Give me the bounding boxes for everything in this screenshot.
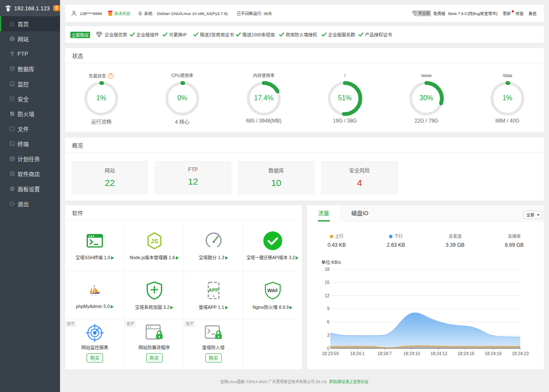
svg-text:18:24:10: 18:24:10	[403, 351, 420, 356]
svg-text:18:24:7: 18:24:7	[377, 351, 392, 356]
svg-text:15: 15	[325, 280, 330, 285]
svg-text:18: 18	[325, 267, 330, 272]
svg-text:JS: JS	[151, 238, 158, 245]
svg-text:18:24:19: 18:24:19	[485, 351, 501, 356]
svg-text:9: 9	[327, 306, 329, 311]
svg-text:3: 3	[327, 333, 329, 338]
svg-text:18:24:23: 18:24:23	[512, 351, 529, 356]
svg-text:18:24:1: 18:24:1	[350, 351, 365, 356]
svg-text:18:24:13: 18:24:13	[431, 351, 447, 356]
svg-text:WAF: WAF	[267, 288, 278, 293]
svg-text:18:24:16: 18:24:16	[458, 351, 474, 356]
svg-text:APP: APP	[208, 287, 219, 293]
svg-text:6: 6	[327, 320, 329, 324]
svg-text:0: 0	[327, 346, 329, 351]
svg-text:12: 12	[325, 293, 330, 298]
svg-text:18:23:59: 18:23:59	[322, 351, 339, 356]
